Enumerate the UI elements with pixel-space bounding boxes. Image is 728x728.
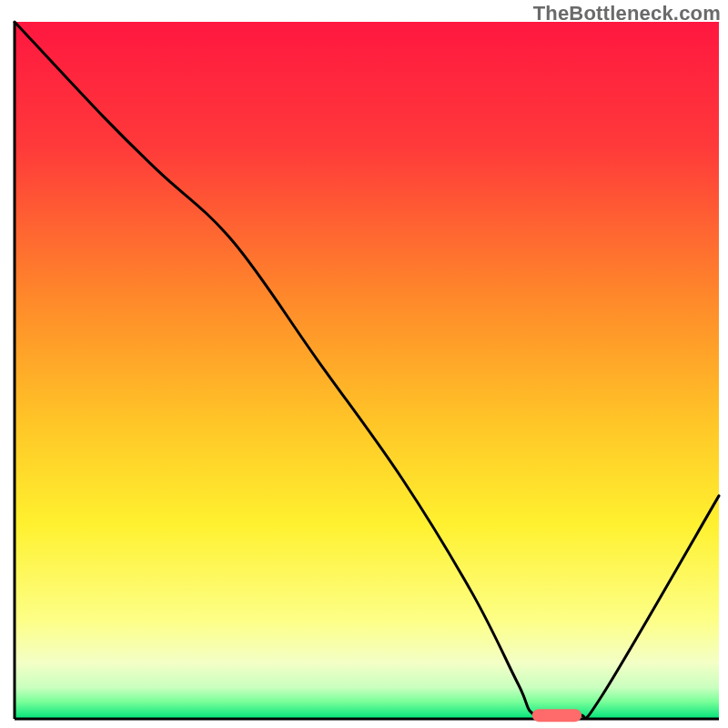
optimum-marker bbox=[532, 709, 581, 722]
plot-svg bbox=[0, 0, 728, 728]
gradient-background bbox=[15, 22, 719, 719]
bottleneck-chart: TheBottleneck.com bbox=[0, 0, 728, 728]
